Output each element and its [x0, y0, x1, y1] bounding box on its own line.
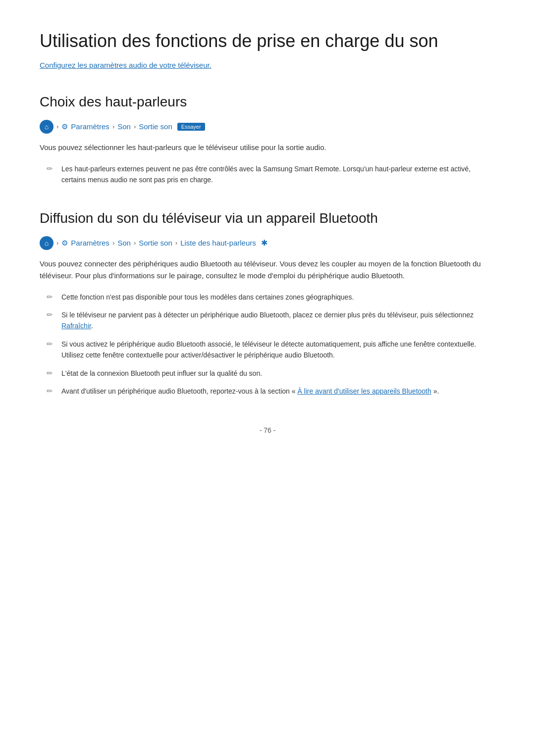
- section2-description: Vous pouvez connecter des périphériques …: [40, 258, 495, 282]
- section2-note-text-2: Si le téléviseur ne parvient pas à détec…: [61, 309, 495, 332]
- home-icon-2: ⌂: [40, 236, 54, 250]
- gear-settings-icon: ⚙: [61, 122, 68, 131]
- pencil-icon-6: [45, 387, 54, 396]
- pencil-icon-4: [45, 340, 54, 349]
- chevron-icon-3: ›: [134, 123, 136, 130]
- chevron-icon-4: ›: [56, 239, 58, 247]
- section2-note-text-1: Cette fonction n'est pas disponible pour…: [61, 292, 354, 302]
- breadcrumb-settings-2[interactable]: Paramètres: [71, 239, 109, 247]
- breadcrumb-1: ⌂ › ⚙ Paramètres › Son › Sortie son Essa…: [40, 120, 495, 134]
- chevron-icon-5: ›: [112, 239, 114, 247]
- breadcrumb-sortie-son-1[interactable]: Sortie son: [139, 122, 172, 131]
- section2-note-2: Si le téléviseur ne parvient pas à détec…: [40, 309, 495, 332]
- pencil-icon-3: [45, 310, 54, 319]
- gear-settings-icon-2: ⚙: [61, 239, 68, 248]
- section1-note-text: Les haut-parleurs externes peuvent ne pa…: [61, 163, 495, 186]
- bluetooth-appareils-link[interactable]: À lire avant d'utiliser les appareils Bl…: [297, 387, 431, 395]
- section1-title: Choix des haut-parleurs: [40, 94, 495, 110]
- breadcrumb-settings[interactable]: Paramètres: [71, 122, 109, 131]
- bluetooth-icon: ✱: [261, 238, 268, 248]
- page-number: - 76 -: [40, 426, 495, 434]
- breadcrumb-2: ⌂ › ⚙ Paramètres › Son › Sortie son › Li…: [40, 236, 495, 250]
- breadcrumb-son-1[interactable]: Son: [117, 122, 131, 131]
- pencil-icon-5: [45, 369, 54, 378]
- section2-note-text-5: Avant d'utiliser un périphérique audio B…: [61, 386, 439, 397]
- section2-note-1: Cette fonction n'est pas disponible pour…: [40, 292, 495, 302]
- section2-note-text-4: L'état de la connexion Bluetooth peut in…: [61, 368, 262, 379]
- page-subtitle: Configurez les paramètres audio de votre…: [40, 61, 495, 69]
- section2-note-3: Si vous activez le périphérique audio Bl…: [40, 339, 495, 361]
- pencil-icon-1: [45, 164, 54, 173]
- rafraichir-link[interactable]: Rafraîchir: [61, 322, 91, 330]
- essayer-badge-1[interactable]: Essayer: [177, 123, 205, 131]
- section1-description: Vous pouvez sélectionner les haut-parleu…: [40, 142, 495, 153]
- section-diffusion-bluetooth: Diffusion du son du téléviseur via un ap…: [40, 210, 495, 397]
- home-icon: ⌂: [40, 120, 54, 134]
- chevron-icon-7: ›: [175, 239, 177, 247]
- section2-note-text-3: Si vous activez le périphérique audio Bl…: [61, 339, 495, 361]
- section2-title: Diffusion du son du téléviseur via un ap…: [40, 210, 495, 226]
- section1-note: Les haut-parleurs externes peuvent ne pa…: [40, 163, 495, 186]
- pencil-icon-2: [45, 293, 54, 302]
- section2-note-4: L'état de la connexion Bluetooth peut in…: [40, 368, 495, 379]
- breadcrumb-son-2[interactable]: Son: [117, 239, 131, 247]
- chevron-icon-6: ›: [134, 239, 136, 247]
- breadcrumb-liste[interactable]: Liste des haut-parleurs: [180, 239, 256, 247]
- chevron-icon-2: ›: [112, 123, 114, 130]
- chevron-icon-1: ›: [56, 123, 58, 130]
- section-choix-haut-parleurs: Choix des haut-parleurs ⌂ › ⚙ Paramètres…: [40, 94, 495, 186]
- section2-note-5: Avant d'utiliser un périphérique audio B…: [40, 386, 495, 397]
- breadcrumb-sortie-son-2[interactable]: Sortie son: [139, 239, 172, 247]
- page-title: Utilisation des fonctions de prise en ch…: [40, 30, 495, 53]
